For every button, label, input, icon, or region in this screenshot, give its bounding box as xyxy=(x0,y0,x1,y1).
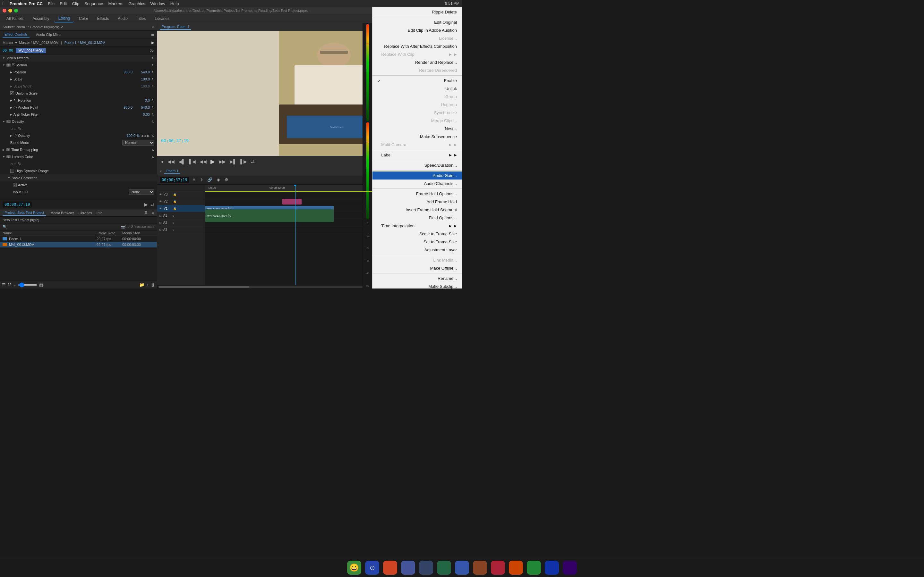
menu-item-enable[interactable]: ✓Enable xyxy=(373,77,462,85)
tab-assembly[interactable]: Assembly xyxy=(29,15,53,22)
menu-item-make-subsequence[interactable]: Make Subsequence xyxy=(373,133,462,141)
lumetri-reset[interactable]: ↻ xyxy=(152,155,154,159)
anti-flicker-row[interactable]: ▶ Anti-flicker Filter 0.00 ↻ xyxy=(0,111,157,118)
scale-expand[interactable]: ▶ xyxy=(10,78,12,81)
opacity-collapse[interactable]: ▼ xyxy=(3,120,5,123)
a3-solo[interactable]: S xyxy=(172,228,175,232)
menu-item-audio-channels---[interactable]: Audio Channels... xyxy=(373,179,462,187)
anchor-y[interactable]: 540.0 xyxy=(134,105,150,109)
v3-toggle[interactable]: 👁 xyxy=(158,193,163,197)
menu-item-audio-gain---[interactable]: Audio Gain... xyxy=(373,171,462,179)
camera-icon[interactable]: 📷 xyxy=(121,225,125,229)
menu-item-frame-hold-options---[interactable]: Frame Hold Options... xyxy=(373,190,462,198)
input-lut-dropdown[interactable]: None xyxy=(129,189,154,195)
tab-effect-controls[interactable]: Effect Controls xyxy=(3,32,29,37)
keyframe-nav-left[interactable]: ◀ xyxy=(141,134,144,137)
step-back-frame[interactable]: ◀◀ xyxy=(168,159,174,164)
position-reset[interactable]: ↻ xyxy=(152,71,154,74)
tab-audio-clip-mixer[interactable]: Audio Clip Mixer xyxy=(36,33,61,37)
tab-media-browser[interactable]: Media Browser xyxy=(50,211,74,215)
a2-solo[interactable]: S xyxy=(172,221,175,225)
v1-toggle[interactable]: 👁 xyxy=(158,207,163,211)
menu-item-make-subclip---[interactable]: Make Subclip... xyxy=(373,282,462,288)
file-menu[interactable]: File xyxy=(48,1,55,6)
anchor-x[interactable]: 960.0 xyxy=(116,105,132,109)
a2-mute[interactable]: M xyxy=(158,221,162,225)
a1-solo[interactable]: S xyxy=(172,214,175,218)
hdr-row[interactable]: High Dynamic Range xyxy=(0,167,157,174)
new-item-btn[interactable]: + xyxy=(146,282,149,287)
menu-item-scale-to-frame-size[interactable]: Scale to Frame Size xyxy=(373,230,462,238)
play-btn[interactable]: ▶ xyxy=(210,158,215,165)
icon-view-btn[interactable]: ☷ xyxy=(8,282,11,287)
hdr-checkbox[interactable] xyxy=(10,169,14,173)
go-to-out[interactable]: ▶▌ xyxy=(230,159,236,164)
project-item-poem1[interactable]: Poem 1 29.97 fps 00:00:00:00 xyxy=(0,236,157,242)
timeline-snap-btn[interactable]: ⚛ xyxy=(191,177,197,183)
menu-item-unlink[interactable]: Unlink xyxy=(373,85,462,93)
motion-reset[interactable]: ↻ xyxy=(152,63,154,67)
position-expand[interactable]: ▶ xyxy=(10,71,12,74)
help-menu[interactable]: Help xyxy=(170,1,179,6)
position-x[interactable]: 960.0 xyxy=(116,70,132,74)
timeline-title[interactable]: Poem 1 xyxy=(164,168,180,174)
rotation-value[interactable]: 0.0 xyxy=(134,98,150,102)
menu-item-insert-frame-hold-segment[interactable]: Insert Frame Hold Segment xyxy=(373,206,462,214)
menu-item-label[interactable]: Label▶ xyxy=(373,151,462,159)
window-menu[interactable]: Window xyxy=(150,1,165,6)
tab-audio[interactable]: Audio xyxy=(114,15,132,22)
opacity-prop-reset[interactable]: ↻ xyxy=(152,134,154,137)
anti-flicker-value[interactable]: 0.00 xyxy=(134,113,150,116)
v2-toggle[interactable]: 👁 xyxy=(158,200,163,203)
col-start-header[interactable]: Media Start xyxy=(122,231,154,235)
markers-menu[interactable]: Markers xyxy=(108,1,124,6)
forward-btn[interactable]: ▶▶ xyxy=(219,159,226,164)
menu-item-time-interpolation[interactable]: Time Interpolation▶ xyxy=(373,222,462,230)
rotation-reset[interactable]: ↻ xyxy=(152,99,154,102)
graphics-menu[interactable]: Graphics xyxy=(128,1,145,6)
list-view-btn[interactable]: ☰ xyxy=(2,282,6,287)
anti-flicker-expand[interactable]: ▶ xyxy=(10,113,12,116)
anti-flicker-reset[interactable]: ↻ xyxy=(152,113,154,116)
scale-width-row[interactable]: ▶ Scale Width 100.0 ↻ xyxy=(0,83,157,90)
rotation-row[interactable]: ▶ ↻ Rotation 0.0 ↻ xyxy=(0,97,157,104)
scale-reset[interactable]: ↻ xyxy=(152,77,154,81)
freeform-view-btn[interactable]: ∘ xyxy=(13,282,16,287)
opacity-value-row[interactable]: ▶ ◌ Opacity 100.0 % ◀ ◈ ▶ ↻ xyxy=(0,132,157,139)
uniform-scale-checkbox[interactable]: ✓ xyxy=(10,91,14,95)
blend-mode-dropdown[interactable]: Normal xyxy=(122,140,154,145)
ec-play-btn[interactable]: ▶ xyxy=(144,202,148,207)
tab-color[interactable]: Color xyxy=(75,15,92,22)
menu-item-edit-clip-in-adobe-audition[interactable]: Edit Clip In Adobe Audition xyxy=(373,26,462,34)
menu-item-adjustment-layer[interactable]: Adjustment Layer xyxy=(373,246,462,254)
menu-item-add-frame-hold[interactable]: Add Frame Hold xyxy=(373,198,462,206)
loop-btn[interactable]: ⇄ xyxy=(251,159,255,164)
timeline-scroll-thumb[interactable] xyxy=(158,286,249,288)
tab-libraries[interactable]: Libraries xyxy=(151,15,173,22)
tab-project[interactable]: Project: Beta Test Project xyxy=(3,210,46,216)
tab-all-panels[interactable]: All Panels xyxy=(3,15,27,22)
minimize-button[interactable] xyxy=(8,9,12,13)
collapse-icon[interactable]: ▼ xyxy=(3,57,5,60)
time-remap-reset[interactable]: ↻ xyxy=(152,148,154,152)
menu-item-render-and-replace---[interactable]: Render and Replace... xyxy=(373,58,462,66)
zoom-slider[interactable] xyxy=(18,284,37,285)
tab-effects[interactable]: Effects xyxy=(94,15,113,22)
program-title[interactable]: Program: Poem 1 xyxy=(160,24,191,30)
uniform-scale-row[interactable]: ✓ Uniform Scale xyxy=(0,90,157,97)
basic-correction-collapse[interactable]: ▼ xyxy=(8,177,10,179)
rotation-expand[interactable]: ▶ xyxy=(10,99,12,102)
app-name[interactable]: Premiere Pro CC xyxy=(10,1,43,6)
tab-editing[interactable]: Editing xyxy=(54,15,74,23)
timeline-playhead[interactable] xyxy=(295,185,296,285)
project-search-input[interactable] xyxy=(8,225,120,229)
timeline-magnet-btn[interactable]: ⚕ xyxy=(199,177,204,183)
video-effects-reset[interactable]: ↻ xyxy=(152,56,154,60)
anchor-expand[interactable]: ▶ xyxy=(10,106,12,109)
clip-menu[interactable]: Clip xyxy=(72,1,79,6)
anchor-reset[interactable]: ↻ xyxy=(152,106,154,109)
opacity-reset[interactable]: ↻ xyxy=(152,120,154,123)
timeline-marker-btn[interactable]: ◈ xyxy=(216,177,221,183)
position-y[interactable]: 540.0 xyxy=(134,70,150,74)
autoproxy-icon[interactable]: ▨ xyxy=(39,282,43,287)
